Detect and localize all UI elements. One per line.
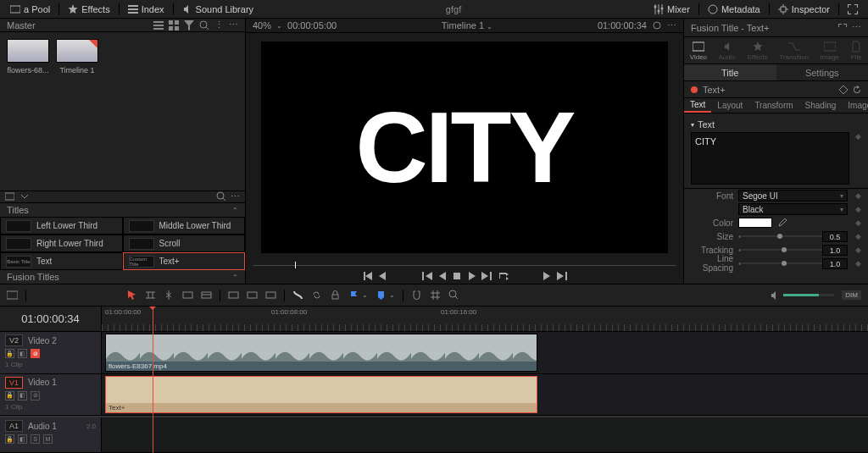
title-preset[interactable]: Right Lower Third: [0, 235, 123, 252]
video-clip[interactable]: flowers-E8367.mp4: [105, 334, 537, 372]
prev-frame-icon[interactable]: [376, 270, 388, 282]
weight-dropdown[interactable]: Black: [738, 203, 848, 215]
color-swatch[interactable]: [738, 218, 772, 228]
track-header[interactable]: A1Audio 12.0 🔒◧SM: [0, 417, 102, 452]
zoom-icon[interactable]: [448, 290, 459, 301]
timeline-view-icon[interactable]: [7, 290, 18, 301]
text-section-header[interactable]: Text: [691, 117, 861, 132]
grid-view-icon[interactable]: [169, 20, 179, 30]
link-icon[interactable]: [311, 290, 322, 301]
sound-library-tab[interactable]: Sound Library: [175, 0, 261, 18]
zoom-level[interactable]: 40%: [253, 20, 271, 30]
lock-track-icon[interactable]: 🔒: [5, 391, 14, 401]
disable-track-icon[interactable]: ⊘: [31, 391, 40, 401]
title-preset[interactable]: Left Lower Third: [0, 217, 123, 235]
options-dots[interactable]: ⋯: [229, 19, 238, 30]
trim-tool-icon[interactable]: [145, 290, 156, 301]
last-frame-icon[interactable]: [556, 270, 568, 282]
track-body[interactable]: Text+: [102, 374, 868, 416]
index-tab[interactable]: Index: [121, 0, 171, 18]
transform-tab[interactable]: Transform: [748, 98, 798, 113]
inspector-file-tab[interactable]: File: [850, 41, 862, 61]
shading-tab[interactable]: Shading: [799, 98, 843, 113]
node-header[interactable]: Text+: [684, 81, 868, 98]
lock-track-icon[interactable]: 🔒: [5, 434, 14, 444]
inspector-audio-tab[interactable]: Audio: [719, 41, 736, 61]
title-clip[interactable]: Text+: [105, 376, 537, 414]
linespacing-slider[interactable]: [742, 262, 822, 264]
timeline-name[interactable]: Timeline 1: [442, 20, 484, 30]
fit-icon[interactable]: [247, 290, 258, 301]
lock-track-icon[interactable]: 🔒: [5, 349, 14, 358]
replace-icon[interactable]: [228, 290, 239, 301]
keyframe-icon[interactable]: [839, 86, 848, 94]
arrow-tool-icon[interactable]: [126, 290, 137, 301]
grid-icon[interactable]: [430, 290, 441, 301]
overwrite-icon[interactable]: [201, 290, 212, 301]
title-preset[interactable]: Basic TitleText: [0, 252, 123, 270]
auto-select-icon[interactable]: ◧: [18, 434, 27, 444]
dim-button[interactable]: DIM: [842, 290, 861, 300]
stop-icon[interactable]: [451, 270, 463, 282]
metadata-tab[interactable]: Metadata: [701, 0, 767, 18]
bypass-icon[interactable]: [652, 20, 662, 30]
font-dropdown[interactable]: Segoe UI: [738, 190, 848, 202]
viewer-scrubber[interactable]: [253, 262, 676, 268]
list-view-icon[interactable]: [153, 20, 164, 30]
lock-icon[interactable]: [330, 290, 341, 301]
timeline-timecode[interactable]: 01:00:00:34: [0, 307, 102, 331]
fullscreen-button[interactable]: [841, 0, 865, 18]
tracking-value[interactable]: 1.0: [822, 245, 848, 256]
auto-select-icon[interactable]: ◧: [18, 391, 27, 401]
fusion-titles-header[interactable]: Fusion Titles⌃: [0, 270, 245, 284]
expand-inspector-icon[interactable]: [838, 24, 847, 32]
blade-tool-icon[interactable]: [164, 290, 175, 301]
insert-icon[interactable]: [182, 290, 193, 301]
loop-icon[interactable]: [497, 270, 509, 282]
reset-icon[interactable]: [853, 86, 861, 94]
playhead[interactable]: [153, 307, 153, 453]
effects-tab[interactable]: Effects: [61, 0, 116, 18]
dynamic-trim-icon[interactable]: [292, 290, 303, 301]
play-reverse-icon[interactable]: [436, 270, 448, 282]
media-pool-tab[interactable]: a Pool: [3, 0, 57, 18]
track-body[interactable]: [102, 417, 868, 452]
track-header[interactable]: V1Video 1 🔒◧⊘ 1 Clip: [0, 374, 102, 416]
viewer[interactable]: CITY: [246, 33, 683, 262]
settings-subtab[interactable]: Settings: [776, 64, 869, 80]
media-thumb[interactable]: Timeline 1: [56, 39, 98, 75]
track-header[interactable]: V2Video 2 🔒◧⊘ 1 Clip: [0, 332, 102, 373]
size-slider[interactable]: [742, 235, 822, 237]
title-preset[interactable]: Scroll: [123, 235, 246, 252]
snap-icon[interactable]: [411, 290, 422, 301]
keyframe-diamond[interactable]: ◆: [855, 132, 861, 141]
layout-tab[interactable]: Layout: [711, 98, 748, 113]
chevron-down-icon[interactable]: [19, 192, 29, 202]
next-frame-icon[interactable]: [541, 270, 553, 282]
inspector-transition-tab[interactable]: Transition: [779, 41, 809, 61]
enable-led[interactable]: [691, 86, 698, 93]
media-thumb[interactable]: flowers-68...: [7, 39, 49, 75]
viewer-tc[interactable]: 01:00:00:34: [598, 20, 647, 30]
text-tab[interactable]: Text: [684, 98, 711, 113]
panel-options[interactable]: ⋯: [231, 191, 240, 202]
solo-icon[interactable]: S: [31, 434, 40, 444]
search-icon[interactable]: [216, 191, 225, 201]
auto-select-icon[interactable]: ◧: [18, 349, 27, 358]
ripple-icon[interactable]: [265, 290, 276, 301]
mixer-tab[interactable]: Mixer: [647, 0, 697, 18]
timeline-ruler[interactable]: 01:00:00:00 01:00:08:00 01:00:16:00: [102, 307, 868, 331]
title-subtab[interactable]: Title: [684, 64, 776, 80]
search-icon[interactable]: [199, 20, 209, 30]
inspector-options[interactable]: ⋯: [852, 22, 861, 33]
first-frame-icon[interactable]: [361, 270, 373, 282]
media-pool[interactable]: flowers-68... Timeline 1: [0, 32, 245, 191]
titles-header[interactable]: Titles⌃: [0, 203, 245, 217]
eyedropper-icon[interactable]: [777, 218, 787, 228]
marker-icon[interactable]: [376, 290, 387, 301]
title-preset-selected[interactable]: Custom TitleText+: [123, 252, 246, 270]
inspector-effects-tab[interactable]: Effects: [747, 41, 767, 61]
text-input[interactable]: [691, 132, 849, 185]
play-icon[interactable]: [466, 270, 478, 282]
image-tab[interactable]: Image: [842, 98, 868, 113]
